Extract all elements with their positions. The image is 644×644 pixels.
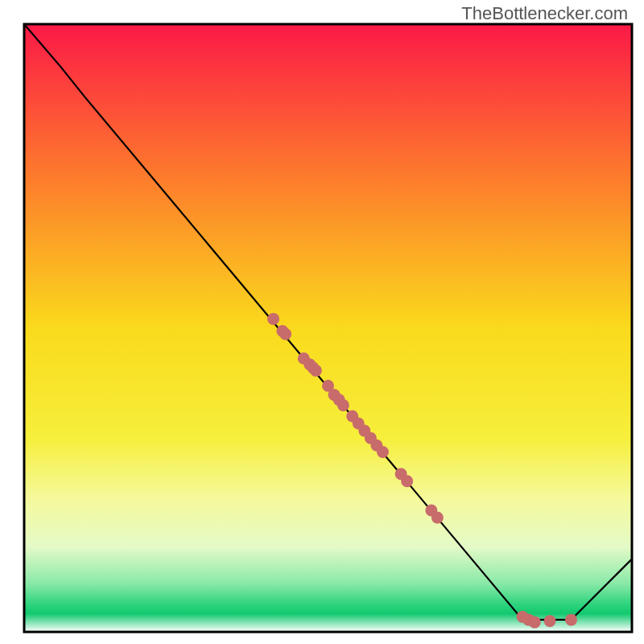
data-point — [565, 613, 577, 625]
chart-background — [24, 24, 632, 632]
data-point — [377, 446, 389, 458]
data-point — [401, 475, 413, 487]
data-point — [279, 328, 291, 341]
data-point — [431, 512, 444, 524]
data-point — [310, 365, 322, 377]
watermark-text: TheBottlenecker.com — [461, 3, 628, 24]
data-point — [337, 399, 349, 411]
data-point — [544, 615, 556, 627]
bottleneck-chart — [0, 0, 644, 644]
chart-container: TheBottlenecker.com — [0, 0, 644, 644]
data-point — [267, 313, 279, 325]
data-point — [529, 616, 541, 628]
